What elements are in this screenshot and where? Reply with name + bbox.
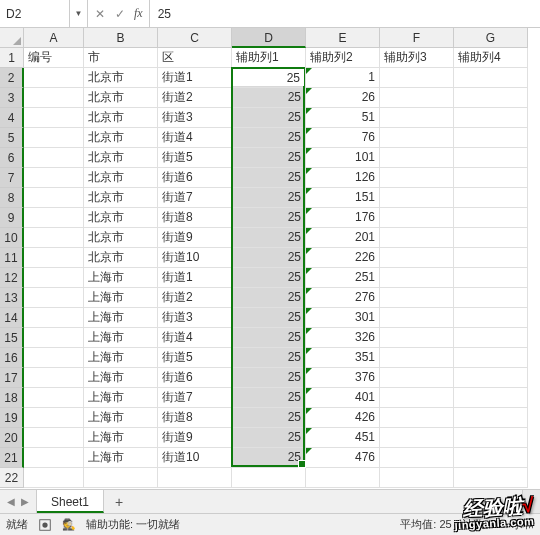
cell[interactable]: 376 (306, 368, 380, 388)
cell[interactable]: 上海市 (84, 428, 158, 448)
cell[interactable]: 25 (232, 388, 306, 408)
cell[interactable] (84, 468, 158, 488)
cell[interactable] (454, 148, 528, 168)
macro-record-icon[interactable] (38, 518, 52, 532)
cell[interactable]: 北京市 (84, 188, 158, 208)
cell[interactable]: 1 (306, 68, 380, 88)
cell[interactable] (454, 448, 528, 468)
row-header[interactable]: 18 (0, 388, 24, 408)
cell[interactable]: 51 (306, 108, 380, 128)
cell[interactable]: 街道2 (158, 88, 232, 108)
cell[interactable] (380, 88, 454, 108)
cell[interactable]: 编号 (24, 48, 84, 68)
cell[interactable]: 街道6 (158, 168, 232, 188)
cell[interactable]: 上海市 (84, 328, 158, 348)
column-header[interactable]: A (24, 28, 84, 48)
cell[interactable]: 上海市 (84, 348, 158, 368)
cell[interactable] (380, 268, 454, 288)
row-header[interactable]: 21 (0, 448, 24, 468)
cell[interactable]: 25 (232, 348, 306, 368)
cell[interactable] (454, 168, 528, 188)
cell[interactable]: 276 (306, 288, 380, 308)
sheet-tab-active[interactable]: Sheet1 (37, 490, 104, 513)
cell[interactable]: 上海市 (84, 388, 158, 408)
cell[interactable] (24, 408, 84, 428)
cell[interactable]: 上海市 (84, 368, 158, 388)
cell[interactable]: 街道5 (158, 348, 232, 368)
cell[interactable]: 街道8 (158, 208, 232, 228)
cell[interactable]: 上海市 (84, 308, 158, 328)
cell[interactable] (158, 468, 232, 488)
cell[interactable] (24, 248, 84, 268)
cell[interactable] (380, 228, 454, 248)
row-header[interactable]: 15 (0, 328, 24, 348)
cell[interactable]: 北京市 (84, 228, 158, 248)
cell[interactable] (380, 368, 454, 388)
cell[interactable]: 25 (232, 88, 306, 108)
cell[interactable] (454, 108, 528, 128)
name-box[interactable]: D2 (0, 0, 70, 27)
cell[interactable]: 街道3 (158, 308, 232, 328)
cell[interactable] (24, 448, 84, 468)
cell[interactable] (24, 348, 84, 368)
cell[interactable]: 区 (158, 48, 232, 68)
cell[interactable] (24, 288, 84, 308)
cell[interactable] (454, 308, 528, 328)
cell[interactable]: 街道9 (158, 228, 232, 248)
cell[interactable]: 101 (306, 148, 380, 168)
cell[interactable]: 街道9 (158, 428, 232, 448)
cell[interactable]: 25 (232, 288, 306, 308)
cell[interactable]: 401 (306, 388, 380, 408)
row-header[interactable]: 5 (0, 128, 24, 148)
row-header[interactable]: 2 (0, 68, 24, 88)
row-header[interactable]: 3 (0, 88, 24, 108)
cell[interactable]: 25 (232, 228, 306, 248)
accept-icon[interactable]: ✓ (110, 0, 130, 27)
row-header[interactable]: 4 (0, 108, 24, 128)
cell[interactable]: 25 (232, 148, 306, 168)
column-header[interactable]: D (232, 28, 306, 48)
cell[interactable]: 25 (232, 208, 306, 228)
cell[interactable]: 北京市 (84, 208, 158, 228)
select-all-cell[interactable] (0, 28, 24, 48)
cell[interactable] (24, 148, 84, 168)
cell[interactable]: 476 (306, 448, 380, 468)
cell[interactable] (380, 448, 454, 468)
row-header[interactable]: 10 (0, 228, 24, 248)
cell[interactable] (380, 248, 454, 268)
cell[interactable] (232, 468, 306, 488)
cell[interactable] (380, 68, 454, 88)
cell[interactable]: 街道4 (158, 128, 232, 148)
cell[interactable]: 426 (306, 408, 380, 428)
cell[interactable] (24, 188, 84, 208)
row-header[interactable]: 7 (0, 168, 24, 188)
cell[interactable] (380, 148, 454, 168)
cell[interactable] (24, 468, 84, 488)
cell[interactable]: 上海市 (84, 408, 158, 428)
cell[interactable]: 北京市 (84, 68, 158, 88)
cell[interactable]: 25 (232, 428, 306, 448)
cell[interactable] (454, 408, 528, 428)
cell[interactable]: 226 (306, 248, 380, 268)
cell[interactable] (24, 108, 84, 128)
cell[interactable]: 25 (232, 108, 306, 128)
cell[interactable] (380, 188, 454, 208)
cell[interactable]: 326 (306, 328, 380, 348)
accessibility-icon[interactable]: 🕵 (62, 518, 76, 531)
cell[interactable]: 北京市 (84, 248, 158, 268)
cell[interactable]: 北京市 (84, 128, 158, 148)
cell[interactable]: 上海市 (84, 268, 158, 288)
cell[interactable] (380, 348, 454, 368)
cell[interactable]: 25 (232, 308, 306, 328)
cell[interactable]: 街道1 (158, 268, 232, 288)
cell[interactable] (454, 208, 528, 228)
cell[interactable] (454, 248, 528, 268)
cells-area[interactable]: 编号市区辅助列1辅助列2辅助列3辅助列4北京市街道1251北京市街道22526北… (24, 48, 540, 488)
row-header[interactable]: 11 (0, 248, 24, 268)
cell[interactable]: 301 (306, 308, 380, 328)
row-header[interactable]: 1 (0, 48, 24, 68)
cell[interactable] (24, 228, 84, 248)
cell[interactable]: 151 (306, 188, 380, 208)
tab-next-icon[interactable]: ▶ (18, 496, 32, 507)
cell[interactable] (380, 128, 454, 148)
